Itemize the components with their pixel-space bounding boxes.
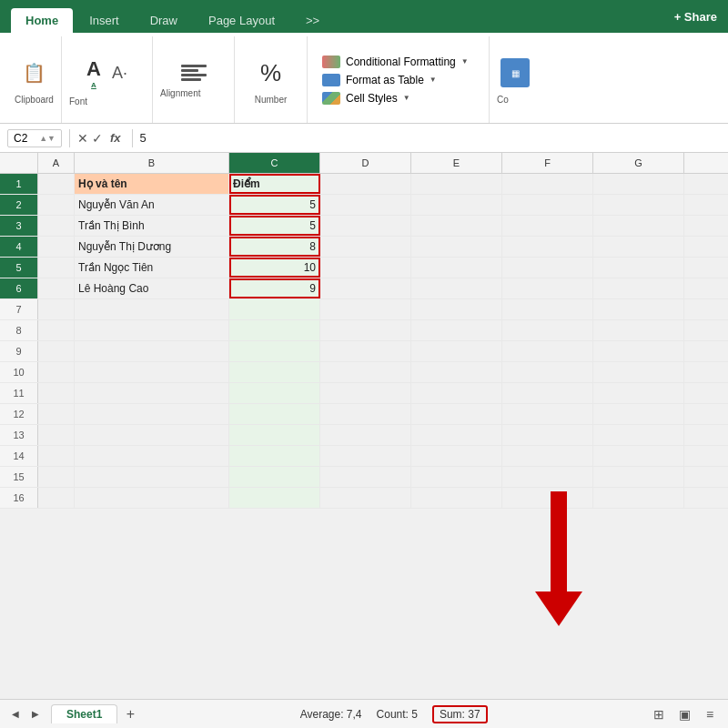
cell-f16[interactable] bbox=[502, 488, 593, 508]
cell-d15[interactable] bbox=[320, 467, 411, 487]
cell-b4[interactable]: Nguyễn Thị Dương bbox=[75, 237, 229, 257]
sheet1-tab[interactable]: Sheet1 bbox=[51, 704, 117, 723]
tab-insert[interactable]: Insert bbox=[75, 8, 134, 33]
cell-b12[interactable] bbox=[75, 404, 229, 424]
cell-b10[interactable] bbox=[75, 362, 229, 382]
page-layout-view-button[interactable]: ▣ bbox=[673, 703, 695, 725]
cell-b6[interactable]: Lê Hoàng Cao bbox=[75, 278, 229, 298]
cell-f2[interactable] bbox=[502, 195, 593, 215]
cell-c12[interactable] bbox=[229, 404, 320, 424]
cell-g15[interactable] bbox=[593, 467, 684, 487]
clipboard-button[interactable]: 📋 bbox=[16, 55, 53, 91]
row-num-1[interactable]: 1 bbox=[0, 174, 38, 194]
cell-b9[interactable] bbox=[75, 341, 229, 361]
cancel-formula-icon[interactable]: ✕ bbox=[77, 131, 88, 146]
cell-f11[interactable] bbox=[502, 383, 593, 403]
cell-d3[interactable] bbox=[320, 216, 411, 236]
cell-d2[interactable] bbox=[320, 195, 411, 215]
col-header-f[interactable]: F bbox=[502, 153, 593, 173]
cell-c16[interactable] bbox=[229, 488, 320, 508]
cell-c1[interactable]: Điểm bbox=[229, 174, 320, 194]
cell-g4[interactable] bbox=[593, 237, 684, 257]
col-header-c[interactable]: C bbox=[229, 153, 320, 173]
cell-b15[interactable] bbox=[75, 467, 229, 487]
cell-e8[interactable] bbox=[411, 320, 502, 340]
cell-d4[interactable] bbox=[320, 237, 411, 257]
cell-b2[interactable]: Nguyễn Văn An bbox=[75, 195, 229, 215]
cell-f15[interactable] bbox=[502, 467, 593, 487]
cell-g8[interactable] bbox=[593, 320, 684, 340]
share-button[interactable]: + Share bbox=[674, 10, 717, 24]
cell-c8[interactable] bbox=[229, 320, 320, 340]
page-break-view-button[interactable]: ≡ bbox=[699, 703, 721, 725]
row-num-3[interactable]: 3 bbox=[0, 216, 38, 236]
cell-c11[interactable] bbox=[229, 383, 320, 403]
cell-e4[interactable] bbox=[411, 237, 502, 257]
cell-e15[interactable] bbox=[411, 467, 502, 487]
cell-g14[interactable] bbox=[593, 446, 684, 466]
cell-e10[interactable] bbox=[411, 362, 502, 382]
cell-c6[interactable]: 9 bbox=[229, 278, 320, 298]
cell-d14[interactable] bbox=[320, 446, 411, 466]
cell-d12[interactable] bbox=[320, 404, 411, 424]
alignment-button[interactable] bbox=[160, 61, 227, 85]
cell-b7[interactable] bbox=[75, 299, 229, 319]
cell-e13[interactable] bbox=[411, 425, 502, 445]
row-num-12[interactable]: 12 bbox=[0, 404, 38, 424]
cell-f10[interactable] bbox=[502, 362, 593, 382]
cell-d5[interactable] bbox=[320, 258, 411, 278]
cell-e6[interactable] bbox=[411, 278, 502, 298]
cell-a8[interactable] bbox=[38, 320, 75, 340]
cell-e9[interactable] bbox=[411, 341, 502, 361]
row-num-2[interactable]: 2 bbox=[0, 195, 38, 215]
cell-e14[interactable] bbox=[411, 446, 502, 466]
cell-d6[interactable] bbox=[320, 278, 411, 298]
cell-d8[interactable] bbox=[320, 320, 411, 340]
tab-home[interactable]: Home bbox=[11, 8, 73, 33]
row-num-4[interactable]: 4 bbox=[0, 237, 38, 257]
add-sheet-button[interactable]: + bbox=[121, 705, 139, 723]
cell-g5[interactable] bbox=[593, 258, 684, 278]
cell-e16[interactable] bbox=[411, 488, 502, 508]
row-num-14[interactable]: 14 bbox=[0, 446, 38, 466]
col-header-a[interactable]: A bbox=[38, 153, 75, 173]
col-header-b[interactable]: B bbox=[75, 153, 229, 173]
cell-a12[interactable] bbox=[38, 404, 75, 424]
cell-a13[interactable] bbox=[38, 425, 75, 445]
cell-b5[interactable]: Trần Ngọc Tiên bbox=[75, 258, 229, 278]
cell-c14[interactable] bbox=[229, 446, 320, 466]
cell-f6[interactable] bbox=[502, 278, 593, 298]
cell-g7[interactable] bbox=[593, 299, 684, 319]
tab-more[interactable]: >> bbox=[291, 8, 334, 33]
cell-f1[interactable] bbox=[502, 174, 593, 194]
cell-a14[interactable] bbox=[38, 446, 75, 466]
row-num-6[interactable]: 6 bbox=[0, 278, 38, 298]
cell-b14[interactable] bbox=[75, 446, 229, 466]
row-num-8[interactable]: 8 bbox=[0, 320, 38, 340]
row-num-11[interactable]: 11 bbox=[0, 383, 38, 403]
cell-b16[interactable] bbox=[75, 488, 229, 508]
cell-g3[interactable] bbox=[593, 216, 684, 236]
cell-g9[interactable] bbox=[593, 341, 684, 361]
cell-e5[interactable] bbox=[411, 258, 502, 278]
font-size-button[interactable]: A· bbox=[108, 60, 131, 86]
cell-f13[interactable] bbox=[502, 425, 593, 445]
prev-sheet-button[interactable]: ◀ bbox=[7, 706, 24, 723]
cell-d11[interactable] bbox=[320, 383, 411, 403]
cell-f9[interactable] bbox=[502, 341, 593, 361]
cell-c2[interactable]: 5 bbox=[229, 195, 320, 215]
cell-c15[interactable] bbox=[229, 467, 320, 487]
formula-input[interactable]: 5 bbox=[140, 131, 721, 145]
row-num-13[interactable]: 13 bbox=[0, 425, 38, 445]
cell-a4[interactable] bbox=[38, 237, 75, 257]
cell-a11[interactable] bbox=[38, 383, 75, 403]
cell-e1[interactable] bbox=[411, 174, 502, 194]
cell-reference-box[interactable]: C2 ▲▼ bbox=[7, 129, 62, 147]
cell-a2[interactable] bbox=[38, 195, 75, 215]
cell-f7[interactable] bbox=[502, 299, 593, 319]
tab-draw[interactable]: Draw bbox=[136, 8, 192, 33]
cell-g13[interactable] bbox=[593, 425, 684, 445]
cell-g6[interactable] bbox=[593, 278, 684, 298]
cells-blue-btn[interactable]: ▦ bbox=[497, 55, 533, 91]
confirm-formula-icon[interactable]: ✓ bbox=[92, 131, 103, 146]
